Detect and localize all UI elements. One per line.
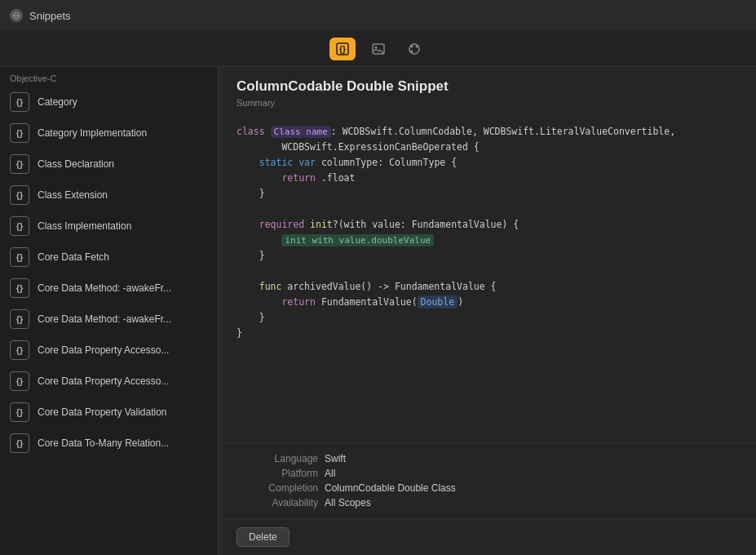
snippet-icon: {} <box>10 123 29 143</box>
code-area[interactable]: class Class name: WCDBSwift.ColumnCodabl… <box>223 116 756 442</box>
snippet-icon: {} <box>10 278 29 298</box>
sidebar-item-class-implementation[interactable]: {} Class Implementation <box>0 211 218 242</box>
snippets-toolbar-btn[interactable]: {} <box>329 38 356 60</box>
sidebar-item-label: Core Data Method: -awakeFr... <box>38 282 171 294</box>
platform-value: All <box>325 468 743 479</box>
svg-text:{}: {} <box>339 45 346 54</box>
window-icon: ⊖ <box>10 9 23 22</box>
svg-point-5 <box>410 45 413 47</box>
svg-point-6 <box>415 45 418 47</box>
sidebar-item-label: Class Extension <box>38 189 108 201</box>
sidebar-item-label: Core Data Property Validation <box>38 406 167 418</box>
snippet-title: ColumnCodable Double Snippet <box>223 67 756 96</box>
platform-label: Platform <box>237 468 318 479</box>
sidebar-item-label: Category <box>38 96 77 108</box>
sidebar-item-core-data-method-2[interactable]: {} Core Data Method: -awakeFr... <box>0 304 218 335</box>
delete-button[interactable]: Delete <box>237 527 290 547</box>
detail-panel: ColumnCodable Double Snippet Summary cla… <box>223 67 756 555</box>
completion-label: Completion <box>237 482 318 494</box>
snippet-icon: {} <box>10 340 29 360</box>
availability-label: Availability <box>237 497 318 508</box>
sidebar-item-label: Core Data Fetch <box>38 251 109 263</box>
snippet-icon: {} <box>10 154 29 174</box>
sidebar-item-core-data-property-2[interactable]: {} Core Data Property Accesso... <box>0 366 218 397</box>
sidebar-item-label: Class Implementation <box>38 220 131 232</box>
sidebar-section-header: Objective-C <box>0 67 218 87</box>
snippet-icon: {} <box>10 92 29 112</box>
app-title: Snippets <box>29 10 71 22</box>
main-content: Objective-C {} Category {} Category Impl… <box>0 67 756 555</box>
sidebar-item-category-impl[interactable]: {} Category Implementation <box>0 118 218 149</box>
images-toolbar-btn[interactable] <box>365 38 391 60</box>
sidebar: Objective-C {} Category {} Category Impl… <box>0 67 219 555</box>
sidebar-list: {} Category {} Category Implementation {… <box>0 87 218 555</box>
snippet-icon: {} <box>10 216 29 236</box>
sidebar-item-core-data-fetch[interactable]: {} Core Data Fetch <box>0 242 218 273</box>
sidebar-item-core-data-property-1[interactable]: {} Core Data Property Accesso... <box>0 335 218 366</box>
metadata-section: Language Swift Platform All Completion C… <box>223 442 756 518</box>
snippet-icon: {} <box>10 309 29 329</box>
availability-value: All Scopes <box>325 497 743 508</box>
snippet-icon: {} <box>10 402 29 422</box>
title-bar: ⊖ Snippets <box>0 0 756 31</box>
sidebar-item-label: Core Data Property Accesso... <box>38 344 169 356</box>
svg-point-7 <box>410 50 413 52</box>
svg-point-3 <box>374 46 377 48</box>
sidebar-item-core-data-method-1[interactable]: {} Core Data Method: -awakeFr... <box>0 273 218 304</box>
sidebar-item-label: Core Data Method: -awakeFr... <box>38 313 171 325</box>
sidebar-item-core-data-property-validation[interactable]: {} Core Data Property Validation <box>0 397 218 428</box>
colors-toolbar-btn[interactable] <box>401 38 427 60</box>
snippet-icon: {} <box>10 185 29 205</box>
language-value: Swift <box>325 453 743 464</box>
snippet-subtitle: Summary <box>223 96 756 116</box>
sidebar-item-label: Core Data Property Accesso... <box>38 375 169 387</box>
toolbar: {} <box>0 31 756 67</box>
snippet-icon: {} <box>10 247 29 267</box>
snippet-icon: {} <box>10 371 29 391</box>
sidebar-item-class-declaration[interactable]: {} Class Declaration <box>0 149 218 180</box>
sidebar-item-label: Class Declaration <box>38 158 114 170</box>
language-label: Language <box>237 453 318 464</box>
snippet-icon: {} <box>10 433 29 453</box>
sidebar-item-label: Category Implementation <box>38 127 147 139</box>
detail-footer: Delete <box>223 518 756 555</box>
sidebar-item-category[interactable]: {} Category <box>0 87 218 118</box>
sidebar-item-core-data-to-many[interactable]: {} Core Data To-Many Relation... <box>0 428 218 459</box>
sidebar-item-class-extension[interactable]: {} Class Extension <box>0 180 218 211</box>
completion-value: ColumnCodable Double Class <box>325 482 743 494</box>
sidebar-item-label: Core Data To-Many Relation... <box>38 437 169 449</box>
